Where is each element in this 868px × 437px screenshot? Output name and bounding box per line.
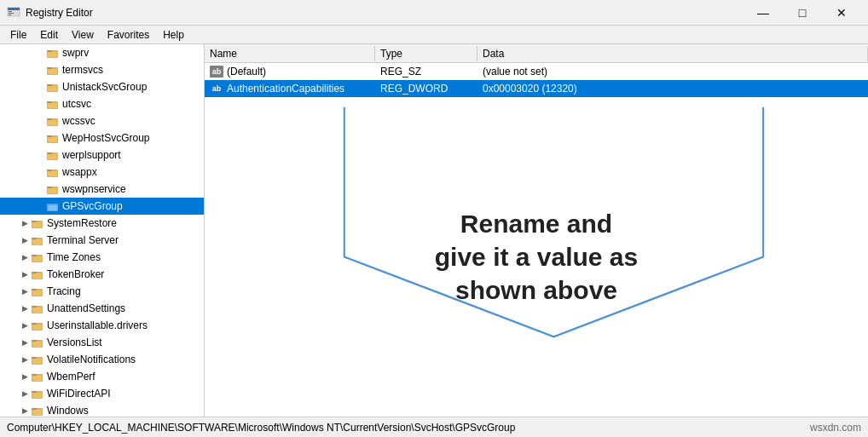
folder-icon bbox=[31, 233, 44, 247]
table-row[interactable]: ab (Default) REG_SZ (value not set) bbox=[205, 63, 868, 80]
annotation-line2: give it a value as bbox=[435, 243, 638, 271]
folder-icon bbox=[31, 370, 44, 383]
tree-item[interactable]: ▶ Userinstallable.drivers bbox=[0, 317, 204, 334]
folder-icon bbox=[46, 97, 60, 111]
svg-rect-49 bbox=[32, 290, 42, 296]
tree-item-label: Tracing bbox=[47, 285, 81, 297]
svg-rect-30 bbox=[47, 187, 52, 188]
tree-item[interactable]: WepHostSvcGroup bbox=[0, 129, 204, 147]
tree-item[interactable]: wsappx bbox=[0, 164, 204, 181]
col-header-data[interactable]: Data bbox=[477, 46, 868, 61]
expand-arrow-icon: ▶ bbox=[19, 405, 31, 417]
folder-icon bbox=[31, 267, 44, 281]
svg-rect-21 bbox=[47, 135, 52, 137]
value-icon-ab: ab bbox=[210, 66, 223, 78]
expand-arrow-icon: ▶ bbox=[19, 302, 31, 314]
tree-item[interactable]: ▶ UnattendSettings bbox=[0, 300, 204, 317]
tree-item[interactable]: UnistackSvcGroup bbox=[0, 78, 204, 95]
expand-arrow-placeholder bbox=[34, 115, 46, 127]
folder-icon bbox=[31, 250, 44, 264]
svg-rect-58 bbox=[32, 342, 42, 347]
tree-item[interactable]: swprv bbox=[0, 44, 204, 61]
right-panel: Name Type Data ab (Default) REG_SZ (valu… bbox=[205, 44, 868, 417]
expand-arrow-placeholder bbox=[34, 47, 46, 59]
menu-help[interactable]: Help bbox=[156, 27, 191, 43]
window-title: Registry Editor bbox=[26, 7, 93, 19]
tree-item-label: VolatileNotifications bbox=[47, 354, 136, 365]
tree-item[interactable]: ▶ TokenBroker bbox=[0, 266, 204, 283]
svg-rect-66 bbox=[32, 391, 37, 393]
folder-icon bbox=[46, 114, 60, 128]
svg-rect-28 bbox=[48, 171, 57, 176]
col-header-type[interactable]: Type bbox=[375, 46, 477, 61]
table-row[interactable]: ab AuthenticationCapabilities REG_DWORD … bbox=[205, 80, 868, 97]
svg-rect-39 bbox=[32, 238, 37, 239]
expand-arrow-icon: ▶ bbox=[19, 234, 31, 246]
status-path: Computer\HKEY_LOCAL_MACHINE\SOFTWARE\Mic… bbox=[7, 422, 515, 434]
svg-rect-34 bbox=[48, 205, 57, 210]
tree-item-label: UnattendSettings bbox=[47, 302, 125, 314]
cell-name: ab (Default) bbox=[205, 65, 375, 78]
svg-rect-48 bbox=[32, 289, 37, 290]
expand-arrow-placeholder bbox=[34, 64, 46, 76]
svg-rect-4 bbox=[9, 14, 11, 15]
folder-icon bbox=[46, 131, 60, 145]
title-bar: Registry Editor — □ ✕ bbox=[0, 0, 868, 26]
folder-icon bbox=[46, 199, 60, 213]
folder-icon bbox=[46, 148, 60, 162]
tree-item[interactable]: ▶ VersionsList bbox=[0, 334, 204, 351]
tree-item[interactable]: termsvcs bbox=[0, 61, 204, 78]
tree-item[interactable]: ▶ Terminal Server bbox=[0, 232, 204, 249]
tree-item[interactable]: wcssvc bbox=[0, 112, 204, 129]
menu-file[interactable]: File bbox=[3, 27, 33, 43]
menu-view[interactable]: View bbox=[65, 27, 101, 43]
status-brand: wsxdn.com bbox=[810, 422, 861, 434]
tree-panel[interactable]: swprv termsvcs UnistackSvcGroup utcsvc bbox=[0, 44, 205, 417]
svg-rect-12 bbox=[47, 84, 52, 86]
maximize-button[interactable]: □ bbox=[783, 0, 822, 26]
svg-rect-36 bbox=[32, 221, 37, 222]
tree-item-label: WbemPerf bbox=[47, 371, 95, 382]
folder-icon bbox=[46, 165, 60, 179]
title-bar-controls: — □ ✕ bbox=[744, 0, 861, 26]
svg-rect-7 bbox=[48, 52, 57, 57]
tree-item[interactable]: wswpnservice bbox=[0, 181, 204, 198]
menu-favorites[interactable]: Favorites bbox=[101, 27, 156, 43]
tree-item[interactable]: ▶ WbemPerf bbox=[0, 368, 204, 385]
close-button[interactable]: ✕ bbox=[822, 0, 861, 26]
status-bar: Computer\HKEY_LOCAL_MACHINE\SOFTWARE\Mic… bbox=[0, 417, 868, 437]
svg-rect-9 bbox=[47, 67, 52, 69]
tree-item[interactable]: ▶ SystemRestore bbox=[0, 215, 204, 232]
tree-item-label: swprv bbox=[62, 47, 89, 59]
tree-item[interactable]: ▶ Windows bbox=[0, 402, 204, 417]
expand-arrow-placeholder bbox=[34, 149, 46, 161]
folder-icon bbox=[31, 319, 44, 332]
folder-icon bbox=[46, 80, 60, 94]
folder-icon bbox=[46, 182, 60, 196]
tree-item[interactable]: GPSvcGroup bbox=[0, 198, 204, 215]
svg-rect-67 bbox=[32, 393, 42, 398]
tree-item[interactable]: ▶ Tracing bbox=[0, 283, 204, 300]
tree-item-label: TokenBroker bbox=[47, 268, 104, 280]
folder-icon bbox=[31, 285, 44, 298]
expand-arrow-placeholder bbox=[34, 81, 46, 93]
app-icon bbox=[7, 6, 20, 20]
svg-rect-15 bbox=[47, 101, 52, 103]
minimize-button[interactable]: — bbox=[744, 0, 783, 26]
tree-item[interactable]: utcsvc bbox=[0, 95, 204, 112]
svg-rect-51 bbox=[32, 306, 37, 308]
expand-arrow-icon: ▶ bbox=[19, 285, 31, 297]
main-container: swprv termsvcs UnistackSvcGroup utcsvc bbox=[0, 44, 868, 417]
tree-item[interactable]: ▶ VolatileNotifications bbox=[0, 351, 204, 368]
tree-item[interactable]: ▶ Time Zones bbox=[0, 249, 204, 266]
svg-rect-18 bbox=[47, 118, 52, 120]
svg-rect-27 bbox=[47, 170, 52, 171]
folder-icon bbox=[46, 46, 60, 60]
tree-item[interactable]: ▶ WiFiDirectAPI bbox=[0, 385, 204, 402]
tree-item-label: wswpnservice bbox=[62, 183, 126, 195]
col-header-name[interactable]: Name bbox=[205, 46, 375, 61]
tree-item[interactable]: werplsupport bbox=[0, 147, 204, 164]
folder-icon bbox=[31, 404, 44, 417]
menu-edit[interactable]: Edit bbox=[33, 27, 65, 43]
expand-arrow-icon: ▶ bbox=[19, 336, 31, 348]
